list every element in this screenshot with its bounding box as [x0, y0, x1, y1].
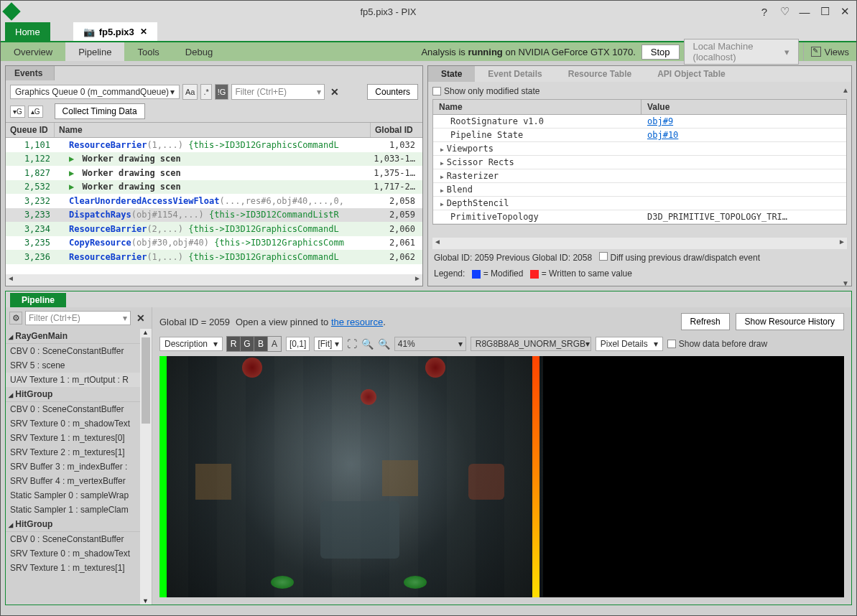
help-icon[interactable]: ?	[757, 4, 772, 19]
state-hscroll[interactable]	[432, 238, 847, 249]
maximize-icon[interactable]: ☐	[817, 4, 832, 19]
tab-event-details[interactable]: Event Details	[475, 66, 555, 82]
regex-button[interactable]: .*	[200, 84, 211, 100]
pipeline-tab[interactable]: Pipeline	[10, 293, 66, 307]
close-icon[interactable]: ✕	[838, 4, 852, 19]
fit-select[interactable]: [Fit] ▾	[314, 337, 342, 351]
timing-button[interactable]: Collect Timing Data	[55, 103, 145, 119]
resource-link[interactable]: the resource	[331, 317, 383, 327]
state-vscroll[interactable]: ▲▼	[841, 86, 850, 287]
state-row[interactable]: RootSignature v1.0obj#9	[433, 115, 846, 129]
state-rows[interactable]: RootSignature v1.0obj#9Pipeline Stateobj…	[432, 115, 847, 225]
clear-filter-button[interactable]: ✕	[328, 86, 342, 98]
pipeline-filter-input[interactable]: Filter (Ctrl+E)▾	[25, 311, 131, 325]
pipeline-item[interactable]: Static Sampler 1 : sampleClam	[6, 503, 140, 517]
ig-button[interactable]: !G	[215, 84, 229, 100]
state-row[interactable]: Pipeline Stateobj#10	[433, 129, 846, 142]
zoom-in-icon[interactable]: 🔍+	[378, 338, 390, 350]
refresh-button[interactable]: Refresh	[681, 313, 730, 330]
pipeline-item[interactable]: SRV Texture 1 : m_textures[1]	[6, 561, 140, 575]
event-row[interactable]: 1,122▶ Worker drawing scen1,033-1…	[6, 152, 422, 167]
event-row[interactable]: 1,101ResourceBarrier(1,...) {this->ID3D1…	[6, 138, 422, 152]
heart-icon[interactable]: ♡	[777, 4, 792, 19]
state-row[interactable]: PrimitiveTopologyD3D_PRIMITIVE_TOPOLOGY_…	[433, 210, 846, 224]
clear-pipeline-filter[interactable]: ✕	[134, 312, 148, 324]
pipeline-item[interactable]: CBV 0 : SceneConstantBuffer	[6, 402, 140, 416]
tab-file[interactable]: 📷 fp5.pix3 ✕	[73, 22, 157, 41]
subtab-pipeline[interactable]: Pipeline	[65, 42, 124, 61]
event-row[interactable]: 3,233DispatchRays(obj#1154,...) {this->I…	[6, 208, 422, 223]
pipeline-item[interactable]: Static Sampler 0 : sampleWrap	[6, 488, 140, 503]
g-up-button[interactable]: ▴G	[28, 106, 43, 118]
resource-history-button[interactable]: Show Resource History	[736, 313, 844, 330]
col-global-id[interactable]: Global ID	[371, 123, 422, 137]
subtab-tools[interactable]: Tools	[124, 42, 172, 61]
tab-home[interactable]: Home	[5, 22, 50, 41]
views-button[interactable]: Views	[803, 42, 856, 61]
col-queue-id[interactable]: Queue ID	[6, 123, 55, 137]
pixel-details-select[interactable]: Pixel Details▾	[596, 337, 663, 351]
event-row[interactable]: 3,236ResourceBarrier(1,...) {this->ID3D1…	[6, 250, 422, 264]
range-select[interactable]: [0,1]	[286, 337, 310, 351]
event-row[interactable]: 1,827▶ Worker drawing scen1,375-1…	[6, 166, 422, 180]
pipeline-item[interactable]: SRV Texture 1 : m_textures[0]	[6, 431, 140, 445]
pipeline-item[interactable]: SRV Texture 0 : m_shadowText	[6, 546, 140, 561]
zoom-out-icon[interactable]: 🔍-	[361, 338, 374, 350]
pipeline-tree-vscroll[interactable]: ▲ ▼	[140, 329, 152, 605]
col-name[interactable]: Name	[433, 100, 641, 114]
stop-button[interactable]: Stop	[641, 45, 680, 60]
state-row[interactable]: ▶Blend	[433, 183, 846, 197]
minimize-icon[interactable]: —	[797, 4, 812, 19]
pipeline-group[interactable]: ◢ RayGenMain	[6, 329, 140, 344]
pipeline-tree[interactable]: ◢ RayGenMainCBV 0 : SceneConstantBufferS…	[6, 329, 140, 605]
pipeline-item[interactable]: SRV Texture 2 : m_textures[1]	[6, 445, 140, 459]
event-row[interactable]: 2,532▶ Worker drawing scen1,717-2…	[6, 180, 422, 195]
counters-button[interactable]: Counters	[367, 84, 418, 100]
pipeline-item[interactable]: SRV Buffer 3 : m_indexBuffer :	[6, 459, 140, 474]
pipeline-item[interactable]: SRV Texture 0 : m_shadowText	[6, 416, 140, 431]
subtab-overview[interactable]: Overview	[1, 42, 65, 61]
channel-a[interactable]: A	[267, 336, 282, 352]
fullscreen-icon[interactable]: ⛶	[347, 338, 357, 350]
match-case-button[interactable]: Aa	[182, 84, 198, 100]
pipeline-item[interactable]: CBV 0 : SceneConstantBuffer	[6, 344, 140, 358]
pipeline-item[interactable]: UAV Texture 1 : m_rtOutput : R	[6, 373, 140, 387]
col-value[interactable]: Value	[641, 100, 846, 114]
machine-select[interactable]: Local Machine (localhost)▾	[684, 39, 799, 65]
channel-b[interactable]: B	[254, 336, 268, 352]
state-row[interactable]: ▶Scissor Rects	[433, 156, 846, 169]
g-down-button[interactable]: ▾G	[10, 106, 25, 118]
titlebar: fp5.pix3 - PIX ? ♡ — ☐ ✕	[1, 1, 856, 22]
pipeline-item[interactable]: SRV 5 : scene	[6, 358, 140, 373]
state-row[interactable]: ▶Rasterizer	[433, 169, 846, 183]
event-row[interactable]: 3,234ResourceBarrier(2,...) {this->ID3D1…	[6, 222, 422, 236]
event-row[interactable]: 3,235CopyResource(obj#30,obj#40) {this->…	[6, 236, 422, 251]
tab-close-icon[interactable]: ✕	[140, 27, 147, 37]
tab-resource-table[interactable]: Resource Table	[555, 66, 644, 82]
pipeline-item[interactable]: SRV Buffer 4 : m_vertexBuffer	[6, 474, 140, 488]
subtab-debug[interactable]: Debug	[172, 42, 226, 61]
events-hscroll[interactable]	[6, 274, 422, 286]
description-select[interactable]: Description▾	[159, 337, 223, 351]
events-rows[interactable]: 1,101ResourceBarrier(1,...) {this->ID3D1…	[6, 138, 422, 274]
channel-r[interactable]: R	[226, 336, 241, 352]
pipeline-group[interactable]: ◢ HitGroup	[6, 387, 140, 402]
queue-select[interactable]: Graphics Queue 0 (m_commandQueue)▾	[10, 85, 180, 99]
show-modified-checkbox[interactable]: Show only modified state	[432, 86, 847, 96]
texture-preview[interactable]	[159, 356, 844, 597]
pipeline-item[interactable]: CBV 0 : SceneConstantBuffer	[6, 532, 140, 546]
format-select[interactable]: R8G8B8A8_UNORM_SRGB▾	[471, 337, 591, 351]
state-row[interactable]: ▶Viewports	[433, 142, 846, 156]
state-row[interactable]: ▶DepthStencil	[433, 197, 846, 210]
diff-checkbox[interactable]: Diff using previous draw/dispatch event	[599, 252, 760, 263]
channel-g[interactable]: G	[240, 336, 254, 352]
event-row[interactable]: 3,232ClearUnorderedAccessViewFloat(...,r…	[6, 194, 422, 208]
show-before-checkbox[interactable]: Show data before draw	[667, 339, 767, 349]
events-filter-input[interactable]: Filter (Ctrl+E)▾	[231, 84, 325, 100]
col-name[interactable]: Name	[55, 123, 371, 137]
pipeline-group[interactable]: ◢ HitGroup	[6, 517, 140, 532]
gear-icon[interactable]: ⚙	[9, 312, 22, 325]
tab-api-object[interactable]: API Object Table	[644, 66, 738, 82]
zoom-input[interactable]: 41%▾	[394, 337, 466, 351]
tab-state[interactable]: State	[428, 66, 475, 82]
